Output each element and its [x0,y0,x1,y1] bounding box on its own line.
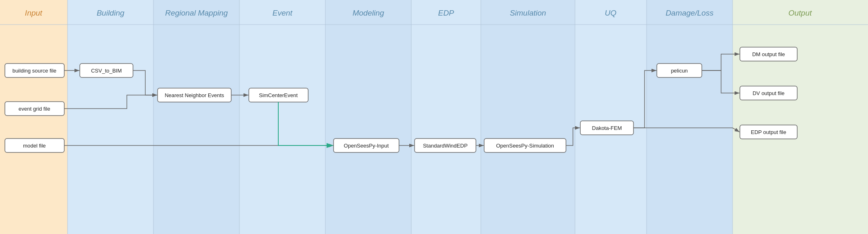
svg-text:Dakota-FEM: Dakota-FEM [592,125,622,131]
svg-rect-4 [325,0,411,234]
svg-rect-3 [239,0,325,234]
svg-text:EDP: EDP [438,9,454,17]
svg-text:Input: Input [25,9,43,17]
svg-text:model file: model file [23,143,46,149]
diagram-svg: Input Building Regional Mapping Event Mo… [0,0,868,234]
svg-rect-7 [575,0,647,234]
svg-text:StandardWindEDP: StandardWindEDP [423,143,467,149]
svg-text:Modeling: Modeling [352,9,384,17]
svg-text:Event: Event [273,9,293,17]
svg-text:OpenSeesPy-Simulation: OpenSeesPy-Simulation [496,143,554,149]
svg-rect-1 [68,0,153,234]
svg-text:Output: Output [788,9,812,17]
svg-rect-2 [153,0,239,234]
svg-text:DM output file: DM output file [752,51,785,57]
svg-text:building source file: building source file [12,68,56,74]
svg-text:Simulation: Simulation [510,9,546,17]
svg-rect-9 [733,0,868,234]
svg-text:CSV_to_BIM: CSV_to_BIM [91,68,122,74]
svg-text:Damage/Loss: Damage/Loss [665,9,714,17]
svg-text:UQ: UQ [605,9,617,17]
svg-text:OpenSeesPy-Input: OpenSeesPy-Input [344,143,389,149]
svg-rect-0 [0,0,68,234]
svg-rect-5 [411,0,481,234]
svg-text:pelicun: pelicun [671,68,688,74]
diagram-container: Input Building Regional Mapping Event Mo… [0,0,868,234]
svg-text:Building: Building [97,9,124,17]
svg-text:Regional Mapping: Regional Mapping [165,9,228,17]
svg-text:SimCenterEvent: SimCenterEvent [259,92,298,98]
svg-text:DV output file: DV output file [753,90,785,96]
svg-text:Nearest Neighbor Events: Nearest Neighbor Events [165,92,224,98]
svg-text:EDP output file: EDP output file [751,129,786,135]
svg-rect-6 [481,0,575,234]
svg-text:event grid file: event grid file [18,106,50,112]
svg-rect-8 [647,0,733,234]
